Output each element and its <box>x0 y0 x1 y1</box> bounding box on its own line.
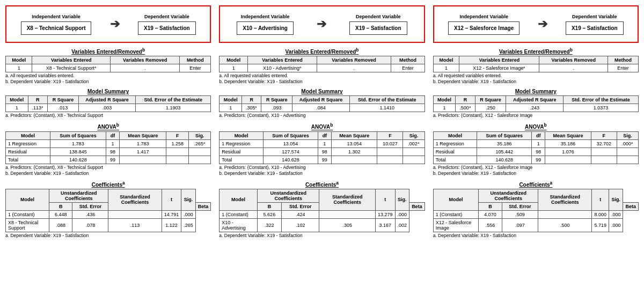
col-header: F <box>377 131 403 139</box>
table-row: X12 - Salesforce Image.556.097.5005.719.… <box>433 218 638 232</box>
table-cell: 13.054 <box>331 139 377 148</box>
col-header: t <box>376 189 396 210</box>
table-cell: .250 <box>475 104 506 112</box>
table-cell: 13.279 <box>376 210 396 218</box>
col-header: Method <box>608 56 638 64</box>
table-cell: X12 - Salesforce Imageᵃ <box>459 64 539 72</box>
table-cell <box>377 156 403 164</box>
model-summary-title: Model Summary <box>219 88 425 94</box>
table-cell: 35.186 <box>545 139 591 148</box>
variables-table-title: Variables Entered/Removedb <box>219 47 425 55</box>
table-cell: .088 <box>49 218 72 232</box>
dep-var: X19 – Satisfaction <box>138 21 196 35</box>
col-header: df <box>318 131 331 139</box>
table-row: Residual127.574981.302 <box>219 148 425 156</box>
table-cell: 1 <box>219 64 248 72</box>
table-cell: 32.702 <box>591 139 617 148</box>
table-row: 1 Regression13.054113.05410.027.002ᵃ <box>219 139 425 148</box>
anova-section: ANOVAbModelSum of SquaresdfMean SquareFS… <box>219 122 425 175</box>
col-header: Unstandardized Coefficients <box>479 189 538 202</box>
var-diagram-3: Independent Variable X12 – Salesforce Im… <box>433 5 639 43</box>
indep-pair: Independent Variable X12 – Salesforce Im… <box>448 14 519 35</box>
table-cell: 99 <box>532 156 545 164</box>
table-cell: 1 (Constant) <box>6 210 49 218</box>
table-cell: Enter <box>180 64 211 72</box>
variables-table-section: Variables Entered/RemovedbModelVariables… <box>219 47 425 84</box>
table-cell: 1.1903 <box>136 104 211 112</box>
table-cell: .093 <box>261 104 292 112</box>
table-cell: 98 <box>532 148 545 156</box>
col-header: Model <box>433 56 459 64</box>
table-cell: 1 <box>6 64 32 72</box>
table-note: b. Dependent Variable: X19 - Satisfactio… <box>219 171 425 176</box>
table-note: a. All requested variables entered. <box>5 73 211 78</box>
table-cell: .000 <box>609 210 623 218</box>
col-header: B <box>257 202 281 210</box>
indep-var: X12 – Salesforce Image <box>448 21 519 35</box>
col-header: R Square <box>261 96 292 104</box>
table-cell: .305 <box>319 218 376 232</box>
model-summary-section: Model SummaryModelRR SquareAdjusted R Sq… <box>219 88 425 118</box>
anova-title: ANOVAb <box>219 122 425 130</box>
table-cell <box>108 210 162 218</box>
col-header: Unstandardized Coefficients <box>257 189 319 202</box>
table-note: a. Predictors: (Constant), X12 - Salesfo… <box>433 113 639 118</box>
indep-pair: Independent Variable X8 – Technical Supp… <box>21 14 92 35</box>
table-row: 1.500ᵃ.250.2431.0373 <box>433 104 638 112</box>
col-header: Sum of Squares <box>50 131 106 139</box>
col-header: Standardized Coefficients <box>538 189 592 210</box>
col-header: R <box>242 96 261 104</box>
table-cell: 1 <box>219 104 242 112</box>
table-cell <box>120 156 166 164</box>
col-header: R Square <box>48 96 79 104</box>
col-header: Method <box>391 56 425 64</box>
coefficients-title: Coefficientsa <box>5 180 211 188</box>
table-cell: 140.628 <box>263 156 318 164</box>
var-diagram-2: Independent Variable X10 – Advertising ➔… <box>219 5 425 43</box>
table-row: Total140.62899 <box>433 156 638 164</box>
column-1: Independent Variable X8 – Technical Supp… <box>3 5 214 238</box>
table-row: Residual138.845981.417 <box>6 148 211 156</box>
table-cell: .078 <box>72 218 108 232</box>
table-cell: Enter <box>608 64 638 72</box>
column-3: Independent Variable X12 – Salesforce Im… <box>430 5 641 238</box>
col-header: R <box>456 96 475 104</box>
col-header: Adjusted R Square <box>78 96 136 104</box>
table-cell: Total <box>433 156 477 164</box>
coefficients-table: Model Unstandardized Coefficients Standa… <box>219 189 425 232</box>
variables-table-title: Variables Entered/Removedb <box>5 47 211 55</box>
table-cell: Total <box>6 156 50 164</box>
table-cell: X8 - Technical Support <box>6 218 49 232</box>
dep-pair: Dependent Variable X19 – Satisfaction <box>138 14 196 35</box>
anova-title: ANOVAb <box>5 122 211 130</box>
table-cell: . <box>317 64 391 72</box>
table-cell <box>331 156 377 164</box>
table-row: 1X8 - Technical Supportᵃ.Enter <box>6 64 211 72</box>
coefficients-table: Model Unstandardized Coefficients Standa… <box>433 189 639 232</box>
col-header: Variables Removed <box>111 56 180 64</box>
table-cell <box>403 156 425 164</box>
dep-label: Dependent Variable <box>356 14 401 19</box>
col-header: Model <box>6 96 28 104</box>
table-cell: .305ᵃ <box>242 104 261 112</box>
table-cell: 98 <box>106 148 119 156</box>
table-note: b. Dependent Variable: X19 - Satisfactio… <box>219 79 425 84</box>
table-cell: .509 <box>502 210 538 218</box>
table-cell <box>538 210 592 218</box>
dep-label: Dependent Variable <box>572 14 617 19</box>
table-cell: 99 <box>106 156 119 164</box>
table-cell <box>617 148 638 156</box>
model-summary-section: Model SummaryModelRR SquareAdjusted R Sq… <box>5 88 211 118</box>
table-cell: 1.783 <box>50 139 106 148</box>
model-summary-section: Model SummaryModelRR SquareAdjusted R Sq… <box>433 88 639 118</box>
table-note: a. Predictors: (Constant), X8 - Technica… <box>5 165 211 170</box>
table-cell: 1 <box>6 104 28 112</box>
table-note: a. Predictors: (Constant), X10 - Adverti… <box>219 165 425 170</box>
table-cell: .500 <box>538 218 592 232</box>
col-header: Beta <box>195 202 211 210</box>
table-note: a. Dependent Variable: X19 - Satisfactio… <box>433 233 639 238</box>
col-header: Std. Error of the Estimate <box>136 96 211 104</box>
variables-table-title: Variables Entered/Removedb <box>433 47 639 55</box>
col-header: Model <box>6 131 50 139</box>
col-header: Std. Error <box>72 202 108 210</box>
